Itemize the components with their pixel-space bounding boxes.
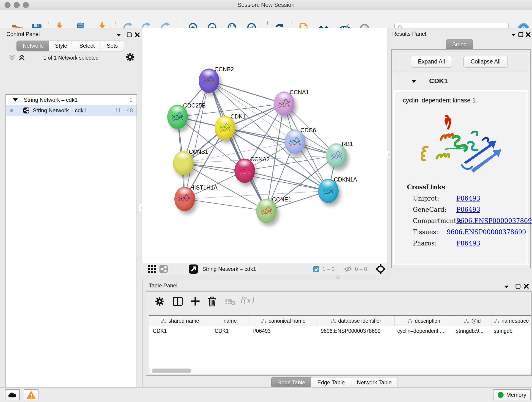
network-column-icon xyxy=(407,319,412,323)
node-label-CCNE1: CCNE1 xyxy=(272,196,291,203)
protein-thumbnail-icon xyxy=(322,185,335,198)
crosslink-link[interactable]: P06493 xyxy=(456,240,480,247)
column-header-shared-name[interactable]: shared name xyxy=(149,316,211,326)
network-selection-status: 1 of 1 Network selected xyxy=(0,55,142,61)
table-row[interactable]: CDK1CDK1P064939606.ENSP00000378699cyclin… xyxy=(149,326,531,336)
tree-expand-icon[interactable] xyxy=(13,98,18,102)
external-view-icon[interactable] xyxy=(189,264,198,274)
protein-thumbnail-icon xyxy=(288,135,302,149)
crosslink-link[interactable]: P06493 xyxy=(456,206,480,213)
crosslink-row: Pharos:P06493 xyxy=(413,240,526,247)
cloud-button[interactable] xyxy=(5,389,20,400)
expand-all-button[interactable]: Expand All xyxy=(411,56,452,67)
crosslink-link[interactable]: P06493 xyxy=(456,195,480,202)
function-builder-icon: f(x) xyxy=(240,296,254,305)
selected-counts: 1 – 0 xyxy=(322,263,335,275)
column-header-label: @id xyxy=(471,318,481,324)
table-cell[interactable]: cyclin–dependent ... xyxy=(394,326,452,336)
column-header-canonical-name[interactable]: canonical name xyxy=(249,316,318,326)
network-row[interactable]: String Network – cdk1 11 48 xyxy=(6,105,137,116)
table-cell[interactable]: CDK1 xyxy=(149,326,211,336)
string-view-icon[interactable] xyxy=(159,265,168,274)
close-panel-icon[interactable] xyxy=(523,283,529,289)
table-cell[interactable]: stringdb:9... xyxy=(452,326,490,336)
column-header-label: canonical name xyxy=(268,318,305,324)
column-header-database-identifier[interactable]: database identifier xyxy=(318,316,394,326)
protein-thumbnail-icon xyxy=(202,75,215,88)
results-panel-tabs: String xyxy=(446,39,473,50)
tab-style[interactable]: Style xyxy=(49,41,73,51)
float-panel-icon[interactable] xyxy=(518,32,524,38)
tab-edge-table[interactable]: Edge Table xyxy=(311,377,351,388)
delete-table-icon xyxy=(225,298,236,306)
table-cell[interactable]: P06493 xyxy=(249,326,317,336)
protein-section-header[interactable]: CDK1 xyxy=(393,73,528,90)
table-cell[interactable]: stringdb xyxy=(490,326,530,336)
table-hscrollbar-thumb[interactable] xyxy=(152,369,191,373)
table-cell[interactable]: 9606.ENSP00000378699 xyxy=(317,326,394,336)
table-gear-icon[interactable] xyxy=(155,297,165,306)
gear-icon[interactable] xyxy=(126,52,135,62)
crosslink-label: Uniprot: xyxy=(413,195,456,202)
tab-sets[interactable]: Sets xyxy=(101,41,124,51)
protein-thumbnail-icon xyxy=(238,165,251,178)
close-panel-icon[interactable] xyxy=(525,32,531,38)
column-header-@id[interactable]: @id xyxy=(453,316,491,326)
node-label-CCNA2: CCNA2 xyxy=(250,156,270,163)
warnings-button[interactable] xyxy=(24,389,38,400)
panel-menu-icon[interactable] xyxy=(504,284,510,290)
add-column-icon[interactable] xyxy=(191,297,200,306)
float-panel-icon[interactable] xyxy=(515,283,521,289)
memory-button[interactable]: Memory xyxy=(493,389,531,400)
column-header-description[interactable]: description xyxy=(394,316,453,326)
collapse-section-icon[interactable] xyxy=(411,80,416,83)
crosslink-link[interactable]: 9606.ENSP00000378699 xyxy=(456,217,532,224)
protein-description: cyclin–dependent kinase 1 xyxy=(403,97,476,104)
crosslinks-section: CrossLinks Uniprot:P06493GeneCard:P06493… xyxy=(395,184,526,251)
crosslink-label: GeneCard: xyxy=(413,206,456,213)
tab-string[interactable]: String xyxy=(446,39,473,50)
column-header-label: description xyxy=(415,318,440,324)
protein-detail-box: cyclin–dependent kinase 1 xyxy=(395,92,526,263)
delete-column-icon[interactable] xyxy=(208,297,217,307)
tab-network-table[interactable]: Network Table xyxy=(351,377,398,388)
window-title: Session: New Session xyxy=(0,0,532,10)
network-column-icon xyxy=(161,319,166,323)
bottom-splitter-handle[interactable] xyxy=(336,275,340,279)
column-header-name[interactable]: name xyxy=(211,316,249,326)
show-columns-icon[interactable] xyxy=(173,297,183,306)
collapse-all-button[interactable]: Collapse All xyxy=(463,56,508,67)
protein-structure-image xyxy=(414,113,505,179)
crosshair-icon[interactable] xyxy=(375,264,386,274)
network-column-icon xyxy=(494,319,499,323)
table-hscrollbar[interactable] xyxy=(149,368,531,375)
tab-node-table[interactable]: Node Table xyxy=(271,377,311,388)
table-cell[interactable]: CDK1 xyxy=(211,326,249,336)
panel-menu-icon[interactable] xyxy=(510,32,516,38)
panel-menu-icon[interactable] xyxy=(116,32,122,38)
crosslink-row: Uniprot:P06493 xyxy=(413,195,526,202)
protein-name: CDK1 xyxy=(429,77,448,85)
crosslink-link[interactable]: 9606.ENSP00000378699 xyxy=(447,229,526,236)
memory-label: Memory xyxy=(506,392,526,398)
selected-checkbox-icon[interactable] xyxy=(313,266,319,272)
collection-count: 1 xyxy=(129,97,133,103)
column-header-label: shared name xyxy=(168,318,199,324)
title-bar: Session: New Session xyxy=(0,0,532,10)
column-header-namespace[interactable]: namespace xyxy=(491,316,531,326)
network-collection-row[interactable]: String Network – cdk1 1 xyxy=(6,95,137,105)
close-panel-icon[interactable] xyxy=(134,32,140,38)
protein-thumbnail-icon xyxy=(218,122,232,135)
node-label-CDKN1A: CDKN1A xyxy=(334,176,357,183)
hidden-counts: 0 – 0 xyxy=(355,263,367,275)
tab-network[interactable]: Network xyxy=(17,41,49,51)
crosslink-label: Tissues: xyxy=(413,229,447,236)
node-label-CCNA1: CCNA1 xyxy=(290,89,309,96)
network-canvas[interactable]: CCNB2CCNA1CDC25BCDK1CDC6RB1CCNB1CCNA2CDK… xyxy=(144,28,387,263)
hidden-eye-icon xyxy=(344,265,352,273)
status-bar: Memory xyxy=(0,387,532,402)
birds-eye-view-icon[interactable] xyxy=(148,265,157,274)
float-panel-icon[interactable] xyxy=(126,32,132,38)
results-panel: Results Panel String Expand All Collapse… xyxy=(389,28,532,280)
tab-select[interactable]: Select xyxy=(73,41,101,51)
